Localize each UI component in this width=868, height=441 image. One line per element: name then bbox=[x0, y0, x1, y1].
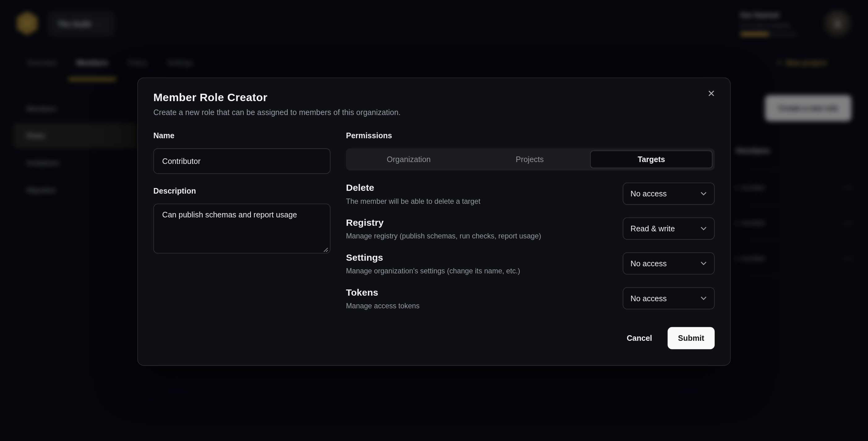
permissions-rows: Delete The member will be able to delete… bbox=[346, 183, 715, 310]
permissions-label: Permissions bbox=[346, 131, 715, 140]
settings-access-select[interactable]: No access bbox=[623, 252, 715, 275]
dialog-title: Member Role Creator bbox=[153, 91, 715, 104]
resize-handle-icon[interactable] bbox=[323, 247, 328, 252]
permission-description: Manage organization's settings (change i… bbox=[346, 267, 520, 275]
chevron-down-icon bbox=[700, 191, 707, 196]
dialog-subtitle: Create a new role that can be assigned t… bbox=[153, 108, 715, 117]
permissions-tab-targets[interactable]: Targets bbox=[590, 151, 712, 168]
permission-row-delete: Delete The member will be able to delete… bbox=[346, 183, 715, 206]
permission-title: Registry bbox=[346, 217, 541, 228]
permissions-tab-strip: Organization Projects Targets bbox=[346, 149, 715, 171]
name-label: Name bbox=[153, 131, 331, 140]
permission-title: Settings bbox=[346, 252, 520, 263]
permission-title: Delete bbox=[346, 183, 480, 194]
submit-button[interactable]: Submit bbox=[668, 327, 715, 349]
member-role-creator-dialog: ✕ Member Role Creator Create a new role … bbox=[137, 77, 731, 366]
permissions-tab-projects[interactable]: Projects bbox=[469, 151, 590, 168]
permission-row-tokens: Tokens Manage access tokens No access bbox=[346, 287, 715, 310]
permissions-tab-organization[interactable]: Organization bbox=[348, 151, 469, 168]
registry-access-select[interactable]: Read & write bbox=[623, 217, 715, 240]
role-description-textarea[interactable]: Can publish schemas and report usage bbox=[153, 204, 331, 254]
chevron-down-icon bbox=[700, 261, 707, 266]
role-name-input[interactable] bbox=[153, 149, 331, 174]
select-value: No access bbox=[630, 189, 666, 198]
cancel-button[interactable]: Cancel bbox=[627, 334, 652, 343]
close-icon[interactable]: ✕ bbox=[705, 87, 718, 100]
permission-row-settings: Settings Manage organization's settings … bbox=[346, 252, 715, 275]
permission-description: Manage access tokens bbox=[346, 302, 420, 310]
permission-description: The member will be able to delete a targ… bbox=[346, 197, 480, 206]
select-value: No access bbox=[630, 259, 666, 268]
permission-row-registry: Registry Manage registry (publish schema… bbox=[346, 217, 715, 240]
description-label: Description bbox=[153, 187, 331, 195]
app-window: The Guild ⌄ Get Started 3 of 6 tasks com… bbox=[0, 0, 868, 441]
tokens-access-select[interactable]: No access bbox=[623, 287, 715, 310]
delete-access-select[interactable]: No access bbox=[623, 183, 715, 205]
chevron-down-icon bbox=[700, 226, 707, 231]
permission-description: Manage registry (publish schemas, run ch… bbox=[346, 232, 541, 240]
permission-title: Tokens bbox=[346, 287, 420, 298]
select-value: No access bbox=[630, 294, 666, 303]
chevron-down-icon bbox=[700, 296, 707, 300]
select-value: Read & write bbox=[630, 224, 675, 233]
